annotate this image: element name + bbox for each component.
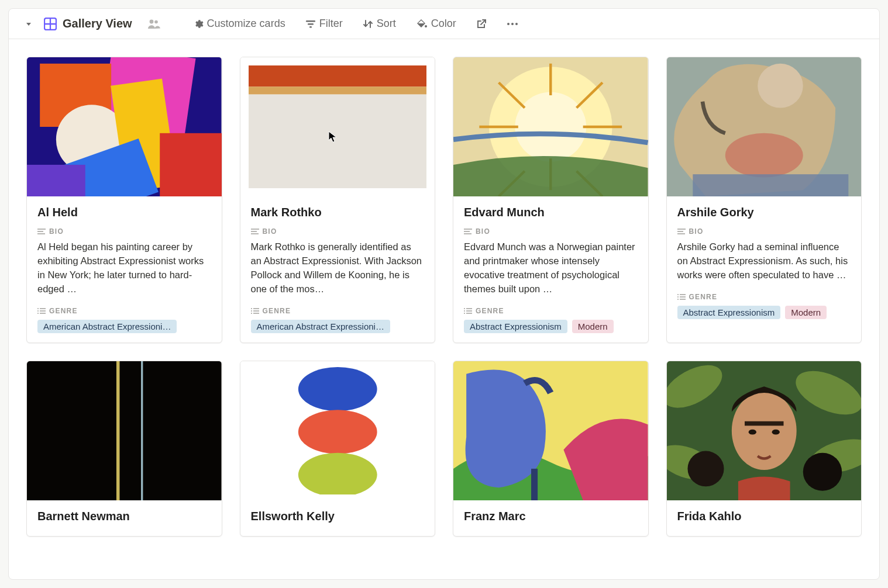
gallery-panel: Gallery View Customize cards Filter xyxy=(8,8,880,580)
multiselect-property-icon xyxy=(677,293,686,300)
customize-cards-button[interactable]: Customize cards xyxy=(190,15,289,32)
genre-tag: Modern xyxy=(785,306,827,319)
svg-rect-58 xyxy=(677,231,683,232)
svg-rect-6 xyxy=(308,23,314,25)
svg-rect-44 xyxy=(464,229,472,230)
more-button[interactable] xyxy=(503,20,522,28)
svg-point-55 xyxy=(758,64,803,108)
svg-rect-7 xyxy=(309,26,312,27)
svg-rect-5 xyxy=(306,20,315,22)
gallery-card[interactable]: Ellsworth Kelly xyxy=(240,361,436,537)
svg-rect-66 xyxy=(27,361,222,500)
svg-rect-19 xyxy=(27,165,85,196)
filter-label: Filter xyxy=(319,18,343,30)
card-cover-image xyxy=(27,361,222,500)
svg-rect-59 xyxy=(677,233,685,234)
svg-rect-23 xyxy=(37,308,39,309)
card-title: Arshile Gorky xyxy=(677,206,851,219)
people-icon xyxy=(147,18,160,30)
genre-property-label: GENRE xyxy=(251,307,425,315)
svg-rect-67 xyxy=(116,361,120,500)
gallery-card[interactable]: Arshile Gorky BIO Arshile Gorky had a se… xyxy=(666,57,862,343)
svg-rect-37 xyxy=(251,310,252,312)
card-tags: American Abstract Expressioni… xyxy=(37,320,211,333)
card-cover-image xyxy=(667,57,862,196)
svg-rect-49 xyxy=(464,310,465,312)
svg-rect-38 xyxy=(253,310,259,312)
gallery-card[interactable]: Edvard Munch BIO Edvard Munch was a Norw… xyxy=(453,57,649,343)
view-switcher[interactable]: Gallery View xyxy=(40,15,136,33)
card-cover-image xyxy=(240,57,435,196)
text-property-icon xyxy=(37,228,46,235)
card-bio: Mark Rothko is generally identified as a… xyxy=(251,240,425,296)
genre-tag: Modern xyxy=(572,320,614,333)
customize-cards-label: Customize cards xyxy=(207,18,285,30)
sort-label: Sort xyxy=(377,18,396,30)
card-bio: Arshile Gorky had a seminal influence on… xyxy=(677,240,851,282)
svg-point-82 xyxy=(772,430,779,435)
svg-rect-61 xyxy=(680,294,686,295)
card-bio: Edvard Munch was a Norwegian painter and… xyxy=(464,240,638,296)
svg-point-70 xyxy=(298,410,377,454)
svg-point-11 xyxy=(515,23,518,25)
genre-tag: Abstract Expressionism xyxy=(464,320,567,333)
svg-rect-29 xyxy=(249,65,427,87)
svg-point-69 xyxy=(298,367,377,411)
svg-rect-40 xyxy=(253,313,259,314)
gallery-grid: Al Held BIO Al Held began his painting c… xyxy=(9,39,879,537)
gallery-card[interactable]: Franz Marc xyxy=(453,361,649,537)
bio-property-label: BIO xyxy=(677,227,851,236)
svg-rect-47 xyxy=(464,308,465,309)
svg-point-8 xyxy=(425,25,427,27)
svg-rect-24 xyxy=(40,308,46,309)
svg-rect-25 xyxy=(37,310,39,312)
gallery-card[interactable]: Frida Kahlo xyxy=(666,361,862,537)
svg-rect-28 xyxy=(40,313,46,314)
svg-rect-56 xyxy=(693,174,848,196)
card-title: Al Held xyxy=(37,206,211,219)
svg-rect-18 xyxy=(160,133,221,196)
svg-rect-64 xyxy=(677,299,679,300)
bio-property-label: BIO xyxy=(464,227,638,236)
sort-button[interactable]: Sort xyxy=(359,15,400,32)
people-button[interactable] xyxy=(144,16,164,32)
open-external-button[interactable] xyxy=(473,16,490,32)
svg-point-4 xyxy=(154,20,158,23)
card-title: Ellsworth Kelly xyxy=(251,510,425,523)
svg-point-3 xyxy=(149,19,153,23)
gear-icon xyxy=(193,19,204,29)
card-tags: American Abstract Expressioni… xyxy=(251,320,425,333)
gallery-grid-icon xyxy=(44,18,57,30)
svg-point-84 xyxy=(803,453,842,491)
genre-tag: American Abstract Expressioni… xyxy=(251,320,390,333)
view-collapse-toggle[interactable] xyxy=(22,18,36,30)
svg-point-9 xyxy=(507,23,510,25)
svg-rect-32 xyxy=(251,229,259,230)
multiselect-property-icon xyxy=(37,307,46,314)
color-button[interactable]: Color xyxy=(412,15,460,32)
card-cover-image xyxy=(240,361,435,500)
bio-property-label: BIO xyxy=(251,227,425,236)
gallery-card[interactable]: Barnett Newman xyxy=(26,361,222,537)
svg-rect-57 xyxy=(677,229,686,230)
filter-button[interactable]: Filter xyxy=(302,15,346,32)
card-cover-image xyxy=(667,361,862,500)
card-cover-image xyxy=(453,57,648,196)
card-title: Frida Kahlo xyxy=(677,510,851,523)
svg-rect-50 xyxy=(466,310,472,312)
card-title: Mark Rothko xyxy=(251,206,425,219)
svg-rect-45 xyxy=(464,231,470,232)
triangle-down-icon xyxy=(25,20,32,27)
svg-point-71 xyxy=(298,452,377,494)
svg-rect-62 xyxy=(677,296,679,298)
sort-icon xyxy=(363,19,373,29)
color-label: Color xyxy=(431,18,456,30)
svg-rect-21 xyxy=(37,231,43,232)
gallery-card[interactable]: Mark Rothko BIO Mark Rothko is generally… xyxy=(240,57,436,343)
svg-rect-80 xyxy=(745,421,784,426)
paint-bucket-icon xyxy=(416,19,428,29)
gallery-card[interactable]: Al Held BIO Al Held began his painting c… xyxy=(26,57,222,343)
svg-rect-51 xyxy=(464,313,465,314)
view-name-label: Gallery View xyxy=(63,17,132,30)
card-cover-image xyxy=(453,361,648,500)
